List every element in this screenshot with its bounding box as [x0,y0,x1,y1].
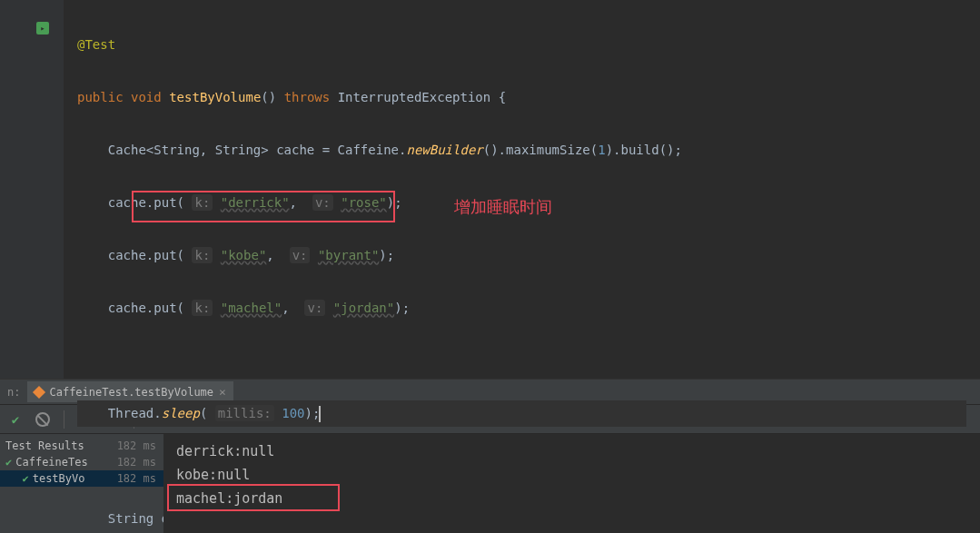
close: ); [305,406,321,420]
test-config-icon [33,385,45,398]
tree-root-label: Test Results [5,439,84,452]
pass-icon: ✔ [22,472,28,485]
str-kobe: "kobe" [221,248,267,262]
exception-type: InterruptedException [338,90,491,104]
after-builder: ().maximumSize( [483,143,598,157]
text-caret [319,406,321,422]
v-hint2: v: [290,247,311,263]
kw-void: void [131,90,162,104]
open-paren: ( [200,406,207,420]
check-icon: ✔ [12,412,19,427]
editor-area: ▸ @Test public void testByVolume() throw… [0,0,980,379]
str-machel: "machel" [221,301,282,315]
output-line-1: derrick:null [176,439,967,463]
editor-gutter: ▸ [0,0,64,379]
method-name: testByVolume [169,90,261,104]
k-hint3: k: [192,300,213,316]
console-output[interactable]: derrick:null kobe:null machel:jordan [163,434,980,533]
new-builder: newBuilder [406,143,482,157]
run-label: n: [7,386,20,399]
str-byrant: "byrant" [318,248,379,262]
code-content[interactable]: @Test public void testByVolume() throws … [64,0,980,379]
max-size: 1 [598,143,605,157]
put3: cache.put( [108,301,184,315]
num-100: 100 [282,406,304,420]
separator [64,410,64,429]
k-hint2: k: [192,247,213,263]
show-passed-button[interactable]: ✔ [5,410,25,429]
cache-decl: Cache<String, String> cache = Caffeine. [108,143,407,157]
v-hint3: v: [304,300,325,316]
no-icon [35,412,50,427]
annotation: @Test [77,37,115,52]
pass-icon: ✔ [5,456,12,469]
put2: cache.put( [108,248,184,262]
show-ignored-button[interactable] [33,410,53,429]
annotation-chinese: 增加睡眠时间 [454,194,552,221]
run-gutter-icon[interactable]: ▸ [36,22,49,35]
type-string1: String [108,511,154,526]
after-size: ).build(); [606,143,682,157]
thread: Thread. [108,406,162,420]
highlight-box-output [167,484,340,511]
millis-hint: millis: [215,405,274,421]
kw-throws: throws [284,90,331,104]
kw-public: public [77,90,124,104]
str-jordan: "jordan" [333,301,394,315]
sleep: sleep [162,406,200,420]
highlight-box-sleep [132,191,395,222]
